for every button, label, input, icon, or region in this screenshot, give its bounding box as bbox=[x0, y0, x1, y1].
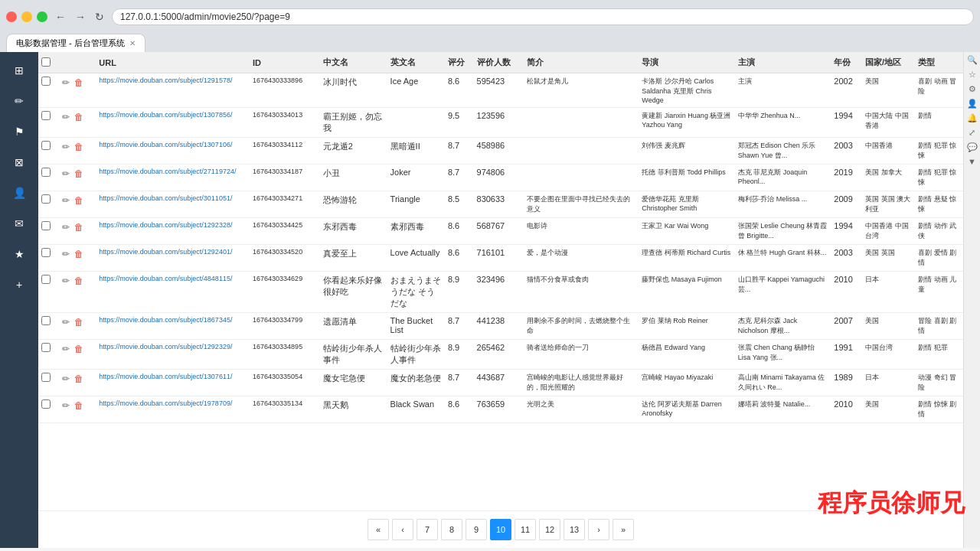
row-votes: 763659 bbox=[474, 396, 524, 423]
table-row: ✏ 🗑 https://movie.douban.com/subject/186… bbox=[38, 313, 963, 340]
browser-chrome: ← → ↻ 127.0.0.1:5000/admin/movie250/?pag… bbox=[0, 0, 980, 52]
browser-toolbar: ← → ↻ 127.0.0.1:5000/admin/movie250/?pag… bbox=[6, 3, 974, 31]
edit-button[interactable]: ✏ bbox=[60, 373, 71, 385]
delete-button[interactable]: 🗑 bbox=[73, 343, 85, 355]
row-checkbox[interactable] bbox=[38, 245, 57, 272]
chevron-down-icon[interactable]: ▼ bbox=[968, 157, 976, 166]
sidebar-edit-icon[interactable]: ✏ bbox=[7, 89, 31, 113]
delete-button[interactable]: 🗑 bbox=[73, 316, 85, 328]
sidebar-star-icon[interactable]: ★ bbox=[7, 242, 31, 266]
page-button[interactable]: 8 bbox=[441, 519, 462, 540]
page-button[interactable]: 11 bbox=[514, 519, 536, 540]
bell-icon[interactable]: 🔔 bbox=[967, 113, 978, 123]
col-year-header: 年份 bbox=[831, 52, 862, 73]
sidebar-plus-icon[interactable]: + bbox=[7, 272, 31, 297]
page-button[interactable]: 10 bbox=[490, 519, 511, 540]
page-button[interactable]: 9 bbox=[466, 519, 487, 540]
row-checkbox[interactable] bbox=[38, 218, 57, 245]
delete-button[interactable]: 🗑 bbox=[73, 248, 85, 260]
page-button[interactable]: 13 bbox=[564, 519, 585, 540]
edit-button[interactable]: ✏ bbox=[60, 316, 71, 328]
row-checkbox[interactable] bbox=[38, 396, 57, 423]
edit-button[interactable]: ✏ bbox=[60, 275, 71, 287]
star-icon[interactable]: ☆ bbox=[969, 70, 976, 80]
row-year: 1989 bbox=[831, 370, 862, 396]
sidebar-grid-icon[interactable]: ⊠ bbox=[7, 150, 31, 174]
row-checkbox[interactable] bbox=[38, 165, 57, 191]
close-button[interactable] bbox=[6, 11, 17, 22]
row-score: 8.6 bbox=[445, 396, 474, 423]
col-id-header: ID bbox=[250, 52, 320, 73]
row-url: https://movie.douban.com/subject/1307856… bbox=[96, 108, 250, 138]
delete-button[interactable]: 🗑 bbox=[73, 275, 85, 287]
row-checkbox[interactable] bbox=[38, 370, 57, 396]
row-checkbox[interactable] bbox=[38, 73, 57, 108]
edit-button[interactable]: ✏ bbox=[60, 111, 71, 123]
expand-icon[interactable]: ⤢ bbox=[969, 128, 975, 138]
maximize-button[interactable] bbox=[37, 11, 47, 22]
row-checkbox[interactable] bbox=[38, 313, 57, 340]
chat-icon[interactable]: 💬 bbox=[967, 142, 978, 152]
edit-button[interactable]: ✏ bbox=[60, 248, 71, 260]
row-id: 1676430334520 bbox=[250, 245, 320, 272]
page-button[interactable]: 12 bbox=[539, 519, 560, 540]
row-checkbox[interactable] bbox=[38, 340, 57, 370]
delete-button[interactable]: 🗑 bbox=[73, 141, 85, 153]
tab-close-icon[interactable]: ✕ bbox=[129, 39, 136, 47]
row-score: 8.9 bbox=[445, 340, 474, 370]
search-icon[interactable]: 🔍 bbox=[967, 55, 978, 65]
delete-button[interactable]: 🗑 bbox=[73, 194, 85, 207]
refresh-button[interactable]: ↻ bbox=[92, 9, 107, 24]
row-actions: ✏ 🗑 bbox=[57, 396, 96, 423]
row-actors: 张国荣 Leslie Cheung 林青霞 曾 Brigitte... bbox=[735, 218, 831, 245]
delete-button[interactable]: 🗑 bbox=[73, 221, 85, 233]
address-bar[interactable]: 127.0.0.1:5000/admin/movie250/?page=9 bbox=[112, 8, 974, 25]
row-votes: 443687 bbox=[474, 370, 524, 396]
sidebar-mail-icon[interactable]: ✉ bbox=[7, 211, 31, 236]
action-buttons: ✏ 🗑 bbox=[60, 194, 93, 207]
row-summary: 光明之美 bbox=[524, 396, 639, 423]
page-button[interactable]: › bbox=[588, 519, 609, 540]
delete-button[interactable]: 🗑 bbox=[73, 111, 85, 123]
delete-button[interactable]: 🗑 bbox=[73, 373, 85, 385]
edit-button[interactable]: ✏ bbox=[60, 399, 71, 412]
edit-button[interactable]: ✏ bbox=[60, 168, 71, 180]
row-checkbox[interactable] bbox=[38, 138, 57, 165]
row-checkbox[interactable] bbox=[38, 191, 57, 218]
delete-button[interactable]: 🗑 bbox=[73, 399, 85, 412]
row-checkbox[interactable] bbox=[38, 108, 57, 138]
row-summary: 宫崎峻的电影让人感觉世界最好的，阳光照耀的 bbox=[524, 370, 639, 396]
edit-button[interactable]: ✏ bbox=[60, 221, 71, 233]
sidebar-home-icon[interactable]: ⊞ bbox=[7, 58, 31, 83]
row-director: 黄建新 Jianxin Huang 杨亚洲 Yazhou Yang bbox=[639, 108, 734, 138]
page-button[interactable]: « bbox=[368, 519, 389, 540]
row-country: 中国香港 中国台湾 bbox=[862, 218, 915, 245]
watermark: 程序员徐师兄 bbox=[818, 487, 965, 520]
minimize-button[interactable] bbox=[21, 11, 32, 22]
row-actions: ✏ 🗑 bbox=[57, 272, 96, 313]
settings-icon[interactable]: ⚙ bbox=[969, 84, 976, 94]
edit-button[interactable]: ✏ bbox=[60, 343, 71, 355]
select-all-checkbox[interactable] bbox=[41, 57, 51, 67]
sidebar-flag-icon[interactable]: ⚑ bbox=[7, 119, 31, 144]
row-genre: 剧情 犯罪 惊悚 bbox=[915, 165, 963, 191]
delete-button[interactable]: 🗑 bbox=[73, 168, 85, 180]
back-button[interactable]: ← bbox=[52, 9, 69, 24]
row-title: 冰川时代 bbox=[320, 73, 387, 108]
edit-button[interactable]: ✏ bbox=[60, 194, 71, 207]
forward-button[interactable]: → bbox=[72, 9, 89, 24]
main-content: ⊞ ✏ ⚑ ⊠ 👤 ✉ ★ + URL ID 中文名 英文名 评分 bbox=[0, 52, 980, 548]
row-checkbox[interactable] bbox=[38, 272, 57, 313]
row-votes: 568767 bbox=[474, 218, 524, 245]
row-summary: 不要企图在里面中寻找已经失去的意义 bbox=[524, 191, 639, 218]
delete-button[interactable]: 🗑 bbox=[73, 77, 85, 89]
row-genre: 动漫 奇幻 冒险 bbox=[915, 370, 963, 396]
sidebar-person-icon[interactable]: 👤 bbox=[7, 181, 31, 205]
person-icon[interactable]: 👤 bbox=[967, 99, 978, 109]
page-button[interactable]: 7 bbox=[416, 519, 438, 540]
active-tab[interactable]: 电影数据管理 - 后台管理系统 ✕ bbox=[6, 34, 145, 52]
edit-button[interactable]: ✏ bbox=[60, 77, 71, 89]
page-button[interactable]: ‹ bbox=[392, 519, 413, 540]
edit-button[interactable]: ✏ bbox=[60, 141, 71, 153]
page-button[interactable]: » bbox=[612, 519, 634, 540]
